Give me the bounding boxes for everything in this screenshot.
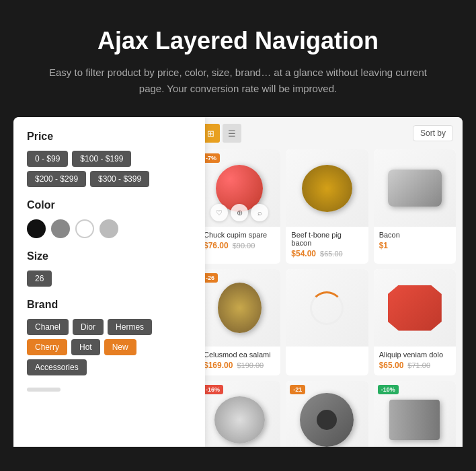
product-card: -7% ♡ ⊕ ⌕ Chuck cupim spare $76.00 $90.0…	[198, 149, 280, 264]
price-tag-group: 0 - $99 $100 - $199 $200 - $299 $300 - $…	[27, 151, 192, 187]
filter-panel: Price 0 - $99 $100 - $199 $200 - $299 $3…	[13, 117, 205, 447]
product-image: -26	[198, 269, 280, 347]
old-price: $71.00	[407, 361, 430, 369]
product-area: ⊞ ☰ Sort by -7% ♡ ⊕ ⌕ Chuck cupim spa	[192, 117, 463, 447]
price-filter-title: Price	[27, 131, 192, 143]
color-swatches	[27, 219, 192, 238]
cart-button[interactable]: ⊕	[231, 204, 248, 221]
price-row: $54.00 $65.00	[291, 249, 362, 258]
color-swatch-white[interactable]	[75, 219, 94, 238]
size-filter-section: Size 26	[27, 250, 192, 287]
product-info: Bacon $1	[374, 227, 456, 256]
product-img-filter	[218, 283, 262, 333]
product-actions: ♡ ⊕ ⌕	[210, 204, 268, 221]
color-filter-section: Color	[27, 199, 192, 238]
brand-tag-group: Chanel Dior Hermes Cherry Hot New Access…	[27, 319, 192, 375]
product-image: -21	[286, 381, 368, 447]
product-name: Beef t-bone pig bacon	[291, 231, 362, 247]
product-card: -10%	[374, 381, 456, 447]
product-img-fan	[214, 396, 265, 443]
brand-tag-hermes[interactable]: Hermes	[108, 319, 152, 335]
current-price: $169.00	[204, 361, 233, 370]
view-icons: ⊞ ☰	[201, 124, 241, 143]
price-row: $76.00 $90.00	[204, 241, 275, 250]
price-row: $65.00 $71.00	[379, 361, 450, 370]
color-swatch-black[interactable]	[27, 219, 46, 238]
product-name: Bacon	[379, 231, 450, 239]
product-card: Aliquip veniam dolo $65.00 $71.00	[374, 269, 456, 375]
product-name: Aliquip veniam dolo	[379, 351, 450, 359]
product-img-headlight	[388, 170, 442, 207]
product-badge: -16%	[202, 385, 223, 394]
current-price: $65.00	[379, 361, 404, 370]
product-img-brake	[388, 285, 442, 331]
wishlist-button[interactable]: ♡	[210, 204, 228, 221]
size-tag-26[interactable]: 26	[27, 270, 52, 287]
current-price: $54.00	[291, 249, 316, 258]
product-grid: -7% ♡ ⊕ ⌕ Chuck cupim spare $76.00 $90.0…	[198, 149, 456, 447]
price-tag-200-299[interactable]: $200 - $299	[27, 171, 86, 187]
price-tag-100-199[interactable]: $100 - $199	[72, 151, 131, 167]
product-badge: -21	[290, 385, 305, 394]
current-price: $1	[379, 241, 388, 250]
brand-tag-hot[interactable]: Hot	[71, 339, 100, 355]
toolbar: ⊞ ☰ Sort by	[198, 124, 456, 143]
zoom-button[interactable]: ⌕	[251, 204, 268, 221]
old-price: $90.00	[233, 242, 255, 250]
product-info: Beef t-bone pig bacon $54.00 $65.00	[286, 227, 368, 264]
sort-button[interactable]: Sort by	[413, 125, 453, 141]
product-card: -21	[286, 381, 368, 447]
brand-tag-cherry[interactable]: Cherry	[27, 339, 67, 355]
brand-filter-section: Brand Chanel Dior Hermes Cherry Hot New …	[27, 299, 192, 375]
product-card: Bacon $1	[374, 149, 456, 264]
product-info: Aliquip veniam dolo $65.00 $71.00	[374, 347, 456, 375]
color-filter-title: Color	[27, 199, 192, 211]
product-info: Celusmod ea salami $169.00 $190.00	[198, 347, 280, 375]
product-image	[286, 269, 368, 347]
size-tag-group: 26	[27, 270, 192, 287]
product-info: Chuck cupim spare $76.00 $90.00	[198, 227, 280, 256]
old-price: $190.00	[237, 361, 264, 369]
size-filter-title: Size	[27, 250, 192, 262]
scroll-indicator	[27, 388, 61, 392]
color-swatch-gray[interactable]	[51, 219, 70, 238]
product-card	[286, 269, 368, 375]
old-price: $65.00	[320, 250, 343, 258]
product-img-alternator	[302, 165, 352, 212]
current-price: $76.00	[204, 241, 229, 250]
product-image: -7% ♡ ⊕ ⌕	[198, 149, 280, 227]
price-row: $1	[379, 241, 450, 250]
product-name: Celusmod ea salami	[204, 351, 275, 359]
price-tag-0-99[interactable]: 0 - $99	[27, 151, 68, 167]
brand-tag-new[interactable]: New	[104, 339, 136, 355]
list-view-button[interactable]: ☰	[223, 124, 241, 143]
demo-area: Price 0 - $99 $100 - $199 $200 - $299 $3…	[13, 117, 463, 447]
product-card: -26 Celusmod ea salami $169.00 $190.00	[198, 269, 280, 375]
product-image	[286, 149, 368, 227]
header-section: Ajax Layered Navigation Easy to filter p…	[0, 0, 476, 117]
product-card: Beef t-bone pig bacon $54.00 $65.00	[286, 149, 368, 264]
brand-filter-title: Brand	[27, 299, 192, 311]
product-image	[374, 149, 456, 227]
product-image: -16%	[198, 381, 280, 447]
product-img-disc	[300, 393, 354, 447]
price-row: $169.00 $190.00	[204, 361, 275, 370]
price-filter-section: Price 0 - $99 $100 - $199 $200 - $299 $3…	[27, 131, 192, 187]
product-img-exhaust	[389, 400, 440, 440]
color-swatch-lightgray[interactable]	[100, 219, 118, 238]
brand-tag-dior[interactable]: Dior	[73, 319, 104, 335]
product-image: -10%	[374, 381, 456, 447]
product-img-loading	[310, 291, 344, 325]
brand-tag-accessories[interactable]: Accessories	[27, 359, 87, 375]
subtitle: Easy to filter product by price, color, …	[40, 65, 436, 97]
brand-tag-chanel[interactable]: Chanel	[27, 319, 69, 335]
product-card: -16% Brisket d $121.	[198, 381, 280, 447]
price-tag-300-399[interactable]: $300 - $399	[90, 171, 149, 187]
product-badge: -10%	[378, 385, 399, 394]
product-info	[286, 347, 368, 358]
product-image	[374, 269, 456, 347]
product-name: Chuck cupim spare	[204, 231, 275, 239]
main-title: Ajax Layered Navigation	[40, 27, 436, 55]
